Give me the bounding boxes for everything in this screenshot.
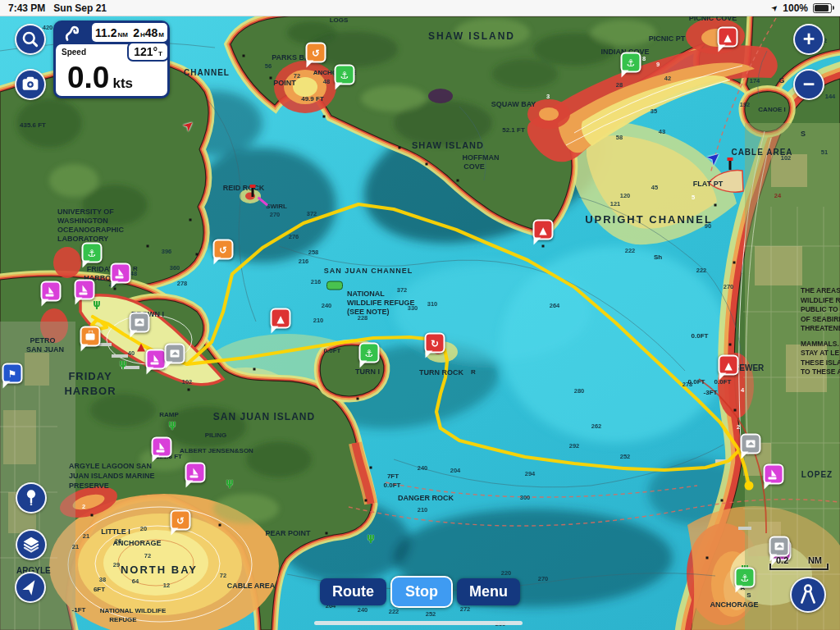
anchorage-icon[interactable]: ⚓ xyxy=(621,52,641,73)
chart-symbol xyxy=(706,557,709,559)
depth-sounding: 372 xyxy=(397,286,408,294)
map-label: PEAR POINT xyxy=(265,529,310,537)
map-label: 49.9 FT xyxy=(301,95,324,103)
community-edit-icon[interactable]: ↺ xyxy=(213,240,234,260)
fish-haven-icon xyxy=(326,281,343,290)
depth-sounding: 294 xyxy=(525,470,536,477)
chart-symbol xyxy=(243,55,245,57)
map-label: LOGS xyxy=(330,16,349,24)
stop-button[interactable]: Stop xyxy=(390,576,453,608)
photo-icon[interactable] xyxy=(130,313,150,333)
photo-icon[interactable] xyxy=(741,434,761,454)
hazard-icon[interactable]: ▲ xyxy=(533,220,554,240)
anchorage-icon[interactable]: ⚓ xyxy=(735,568,756,588)
map-label: ARGYLE LAGOON SAN xyxy=(69,462,152,470)
community-edit-icon[interactable]: ↺ xyxy=(171,510,191,531)
map-label: POINT xyxy=(273,79,296,87)
trip-distance: 11.2NM xyxy=(95,26,128,39)
hazard-icon[interactable]: ▲ xyxy=(719,355,739,376)
map-label: G xyxy=(778,76,784,84)
depth-sounding: 240 xyxy=(418,464,428,472)
depth-sounding: 120 xyxy=(620,192,631,199)
depth-sounding: 35 xyxy=(651,107,657,115)
chart-symbol xyxy=(219,524,221,527)
map-label: ANCHORAGE xyxy=(112,539,161,547)
anchorage-icon[interactable]: ⚓ xyxy=(82,243,103,263)
bottom-toolbar: Route Stop Menu xyxy=(320,576,520,608)
depth-sounding: 192 xyxy=(740,101,751,108)
tidal-current-icon[interactable]: ↻ xyxy=(425,333,445,354)
scale-bar: 0.2 NM xyxy=(769,555,829,570)
plus-icon: + xyxy=(803,29,815,49)
services-icon[interactable] xyxy=(80,326,101,347)
photo-icon[interactable] xyxy=(769,536,790,557)
map-label: LITTLE I xyxy=(101,527,130,536)
depth-sounding: 222 xyxy=(696,267,707,274)
navigation-arrow-icon xyxy=(16,573,44,602)
distance-tool-button[interactable] xyxy=(790,577,826,613)
anchorage-icon[interactable]: ⚓ xyxy=(335,65,355,85)
depth-sounding: 292 xyxy=(569,442,580,450)
flag-icon[interactable]: ⚑ xyxy=(2,363,23,384)
kelp-icon: ψ xyxy=(119,358,127,369)
map-label: DANGER ROCK xyxy=(398,494,454,502)
map-label: NORTH BAY xyxy=(121,564,198,576)
hazard-icon[interactable]: ▲ xyxy=(718,27,738,48)
map-label: CANOE I xyxy=(758,106,785,113)
beacon-icon xyxy=(252,188,254,197)
chart-symbol xyxy=(714,204,717,207)
note-line: STAY AT LE xyxy=(801,349,840,358)
depth-sounding: 48 xyxy=(323,78,330,85)
depth-sounding: 144 xyxy=(825,93,836,100)
map-label: S xyxy=(801,130,806,138)
marina-icon[interactable] xyxy=(152,437,172,458)
map-label: 7FT xyxy=(387,472,399,480)
depth-sounding: 372 xyxy=(307,210,317,217)
trip-data-widget[interactable]: 11.2NM 2H48M Speed 0.0kts 121°T xyxy=(53,21,170,98)
heading-value: 121°T xyxy=(127,42,169,62)
zoom-out-button[interactable]: − xyxy=(793,69,824,100)
depth-sounding: 278 xyxy=(177,280,188,287)
map-label: 0.0FT xyxy=(324,347,341,354)
home-indicator[interactable] xyxy=(314,621,523,625)
menu-button[interactable]: Menu xyxy=(457,578,520,605)
note-line: TO THESE A xyxy=(801,368,840,377)
camera-button[interactable] xyxy=(15,69,46,100)
photo-icon[interactable] xyxy=(165,344,185,364)
layers-button[interactable] xyxy=(16,529,47,560)
zoom-in-button[interactable]: + xyxy=(793,24,824,55)
marina-icon[interactable] xyxy=(185,463,206,483)
locate-button[interactable] xyxy=(15,572,46,603)
depth-sounding: 310 xyxy=(427,300,438,308)
depth-sounding: 270 xyxy=(538,575,549,582)
marina-icon[interactable] xyxy=(764,464,784,485)
map-label: 0.0FT xyxy=(692,332,709,340)
map-label: REFUGE xyxy=(109,616,136,623)
map-label: WILDLIFE REFUGE xyxy=(347,299,415,307)
depth-sounding: 24 xyxy=(774,192,781,199)
marina-icon[interactable] xyxy=(111,263,131,284)
hazard-icon[interactable]: ▲ xyxy=(271,308,291,329)
search-button[interactable] xyxy=(15,24,46,55)
depth-sounding: 258 xyxy=(308,249,319,256)
map-label: TURN I xyxy=(355,368,380,376)
marina-icon[interactable] xyxy=(41,281,62,302)
pin-button[interactable] xyxy=(16,482,47,514)
marina-icon[interactable] xyxy=(146,349,167,370)
map-label: LABORATORY xyxy=(57,235,108,243)
depth-sounding: 38 xyxy=(99,576,106,583)
depth-sounding: 58 xyxy=(616,134,623,141)
depth-sounding: 5 xyxy=(692,194,695,201)
route-button[interactable]: Route xyxy=(320,578,386,605)
depth-sounding: 29 xyxy=(113,561,120,568)
chart-arrow-icon: ➤ xyxy=(180,117,198,135)
divider-tool-icon xyxy=(792,579,824,610)
community-edit-icon[interactable]: ↺ xyxy=(306,43,326,63)
kelp-icon: ψ xyxy=(367,532,375,543)
map-label: CHANNEL xyxy=(184,68,230,77)
depth-sounding: 4 xyxy=(741,386,744,394)
anchorage-icon[interactable]: ⚓ xyxy=(359,343,380,363)
marina-icon[interactable] xyxy=(75,280,95,300)
beacon-icon xyxy=(729,161,732,170)
map-label: R xyxy=(133,265,138,272)
